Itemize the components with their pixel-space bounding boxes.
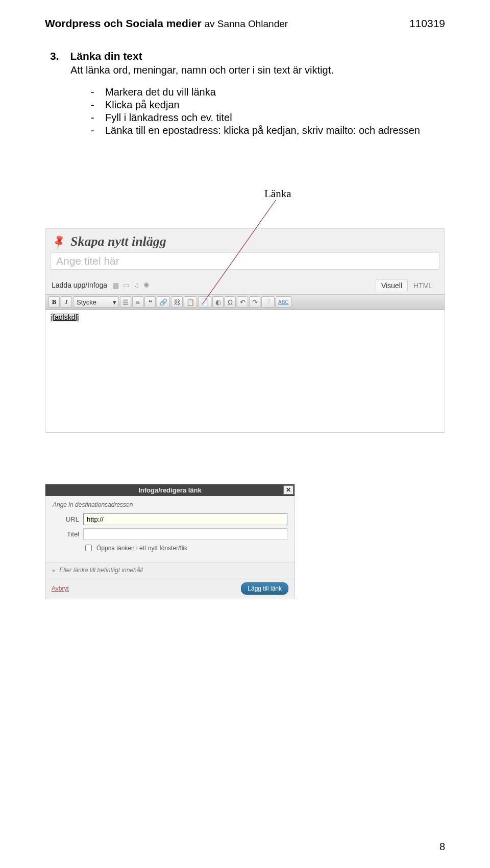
section-title: Länka din text bbox=[70, 50, 142, 62]
tab-html[interactable]: HTML bbox=[408, 279, 438, 291]
tab-visual[interactable]: Visuell bbox=[376, 279, 408, 291]
section-intro: Att länka ord, meningar, namn och orter … bbox=[70, 64, 445, 76]
list-item: Länka till en epostadress: klicka på ked… bbox=[91, 125, 445, 136]
header-title: Wordpress och Sociala medier av Sanna Oh… bbox=[45, 17, 288, 30]
editor-title: Skapa nytt inlägg bbox=[70, 234, 166, 249]
header-date: 110319 bbox=[409, 17, 445, 30]
clear-formatting-button[interactable]: ◐ bbox=[212, 296, 224, 308]
page-number: 8 bbox=[439, 841, 445, 853]
paste-plain-button[interactable]: 📋 bbox=[184, 296, 197, 308]
dialog-title: Infoga/redigera länk bbox=[108, 484, 232, 496]
expand-existing-content[interactable]: ▸ Eller länka till befintligt innehåll bbox=[45, 562, 295, 578]
special-char-button[interactable]: Ω bbox=[225, 296, 236, 308]
dialog-titlebar[interactable]: Infoga/redigera länk ✕ bbox=[45, 484, 295, 496]
list-item: Markera det du vill länka bbox=[91, 86, 445, 98]
pin-icon: 📌 bbox=[50, 233, 67, 250]
header-title-bold: Wordpress och Sociala medier bbox=[45, 17, 202, 29]
newtab-label: Öppna länken i ett nytt fönster/flik bbox=[96, 545, 187, 552]
style-select[interactable]: Stycke ▾ bbox=[73, 296, 119, 308]
unlink-button[interactable]: ⛓ bbox=[171, 296, 183, 308]
unordered-list-button[interactable]: ☰ bbox=[120, 296, 131, 308]
url-input[interactable] bbox=[83, 513, 287, 525]
selected-text: jfaölskdfj bbox=[51, 313, 79, 321]
chevron-down-icon: ▾ bbox=[113, 298, 116, 306]
newtab-checkbox[interactable] bbox=[85, 545, 92, 551]
cancel-link[interactable]: Avbryt bbox=[52, 585, 69, 592]
editor-content[interactable]: jfaölskdfj bbox=[45, 310, 445, 432]
title-input[interactable] bbox=[83, 528, 287, 540]
insert-video-icon[interactable]: ▭ bbox=[123, 281, 130, 289]
callout-label: Länka bbox=[264, 187, 291, 200]
post-title-input[interactable]: Ange titel här bbox=[51, 252, 439, 270]
section-heading: 3. Länka din text bbox=[50, 50, 445, 62]
section-number: 3. bbox=[50, 50, 59, 62]
expand-label: Eller länka till befintligt innehåll bbox=[59, 567, 142, 574]
redo-button[interactable]: ↷ bbox=[249, 296, 260, 308]
insert-image-icon[interactable]: ▦ bbox=[112, 281, 119, 289]
url-label: URL bbox=[53, 515, 79, 523]
blockquote-button[interactable]: ❝ bbox=[144, 296, 156, 308]
undo-button[interactable]: ↶ bbox=[237, 296, 248, 308]
add-link-button[interactable]: Lägg till länk bbox=[241, 582, 288, 595]
title-label: Titel bbox=[53, 530, 79, 538]
bullet-list: Markera det du vill länka Klicka på kedj… bbox=[91, 86, 445, 136]
insert-media-icon[interactable]: ✺ bbox=[143, 281, 150, 289]
help-button[interactable]: ❔ bbox=[261, 296, 275, 308]
running-header: Wordpress och Sociala medier av Sanna Oh… bbox=[45, 17, 445, 30]
editor-head: 📌 Skapa nytt inlägg bbox=[45, 229, 445, 252]
list-item: Klicka på kedjan bbox=[91, 99, 445, 111]
insert-audio-icon[interactable]: ♫ bbox=[134, 281, 139, 289]
style-select-label: Stycke bbox=[77, 298, 96, 306]
dialog-section-label: Ange in destinationsadressen bbox=[53, 501, 287, 508]
editor-panel: 📌 Skapa nytt inlägg Ange titel här Ladda… bbox=[45, 228, 445, 433]
link-button[interactable]: 🔗 bbox=[157, 296, 170, 308]
header-byline: av Sanna Ohlander bbox=[204, 18, 288, 29]
upload-label: Ladda upp/Infoga bbox=[52, 281, 107, 289]
chevron-right-icon: ▸ bbox=[53, 567, 56, 574]
list-item: Fyll i länkadress och ev. titel bbox=[91, 112, 445, 124]
italic-button[interactable]: I bbox=[61, 296, 72, 308]
paste-word-button[interactable]: 📄 bbox=[198, 296, 211, 308]
editor-toolbar: B I Stycke ▾ ☰ ≡ ❝ 🔗 ⛓ 📋 📄 ◐ Ω ↶ ↷ ❔ ABC bbox=[45, 294, 445, 310]
spellcheck-button[interactable]: ABC bbox=[276, 296, 291, 308]
ordered-list-button[interactable]: ≡ bbox=[132, 296, 143, 308]
bold-button[interactable]: B bbox=[48, 296, 60, 308]
link-dialog: Infoga/redigera länk ✕ Ange in destinati… bbox=[45, 484, 295, 599]
close-button[interactable]: ✕ bbox=[283, 485, 293, 495]
